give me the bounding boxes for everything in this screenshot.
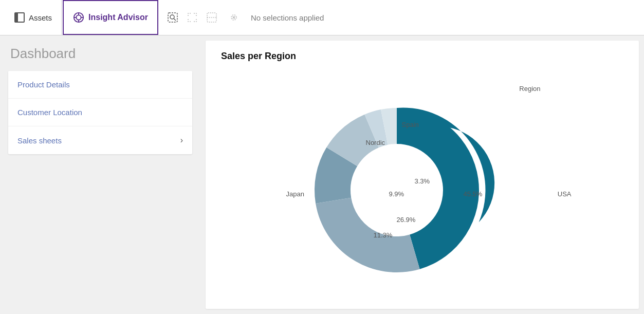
insight-advisor-tab[interactable]: Insight Advisor <box>63 0 158 35</box>
region-axis-label: Region <box>519 85 540 93</box>
nordic-pct: 9.9% <box>389 190 404 198</box>
nordic-label: Nordic <box>366 139 385 146</box>
chevron-right-icon: › <box>180 136 183 145</box>
spain-label: Spain <box>402 121 419 128</box>
svg-rect-1 <box>15 13 18 22</box>
topbar: Assets Insight Advisor <box>0 0 644 35</box>
assets-icon <box>14 12 25 23</box>
expand-icon <box>187 12 198 23</box>
germany-donut-segment <box>316 198 420 272</box>
nav-item-sales-sheets[interactable]: Sales sheets › <box>8 126 192 154</box>
assets-tab[interactable]: Assets <box>5 0 62 35</box>
expand-tool-btn[interactable] <box>184 9 200 26</box>
toolbar-tools <box>158 9 246 26</box>
layout-tool-btn[interactable] <box>204 9 220 26</box>
svg-rect-8 <box>168 13 177 22</box>
sales-sheets-link[interactable]: Sales sheets <box>17 136 62 145</box>
clear-tool-btn[interactable] <box>223 9 240 26</box>
product-details-link[interactable]: Product Details <box>17 80 70 89</box>
chart-title: Sales per Region <box>221 51 623 62</box>
no-selections-text: No selections applied <box>251 13 324 22</box>
no-selections-badge: No selections applied <box>246 13 329 22</box>
clear-icon <box>226 12 237 23</box>
insight-icon <box>73 12 84 23</box>
sidebar: Dashboard Product Details Customer Locat… <box>0 35 200 314</box>
main-content: Dashboard Product Details Customer Locat… <box>0 35 644 314</box>
usa-label: USA <box>558 190 572 198</box>
chart-area: Sales per Region Region <box>206 41 639 309</box>
assets-label: Assets <box>29 13 52 22</box>
nav-item-customer-location[interactable]: Customer Location <box>8 99 192 126</box>
nav-panel: Product Details Customer Location Sales … <box>8 71 192 154</box>
germany-pct: 26.9% <box>397 216 416 224</box>
svg-point-9 <box>170 15 174 19</box>
spain-pct: 3.3% <box>415 177 430 185</box>
usa-pct: 45.5% <box>464 190 483 198</box>
search-dashed-icon <box>167 12 178 23</box>
search-tool-btn[interactable] <box>164 9 181 26</box>
svg-point-3 <box>76 15 81 20</box>
insight-advisor-label: Insight Advisor <box>88 13 148 22</box>
dashboard-title: Dashboard <box>0 46 200 71</box>
japan-pct: 11.3% <box>374 231 393 239</box>
svg-line-10 <box>174 19 176 21</box>
nav-item-product-details[interactable]: Product Details <box>8 71 192 99</box>
layout-icon <box>206 12 217 23</box>
customer-location-link[interactable]: Customer Location <box>17 108 82 117</box>
donut-chart-container: Region <box>263 67 582 309</box>
japan-label: Japan <box>286 190 304 198</box>
